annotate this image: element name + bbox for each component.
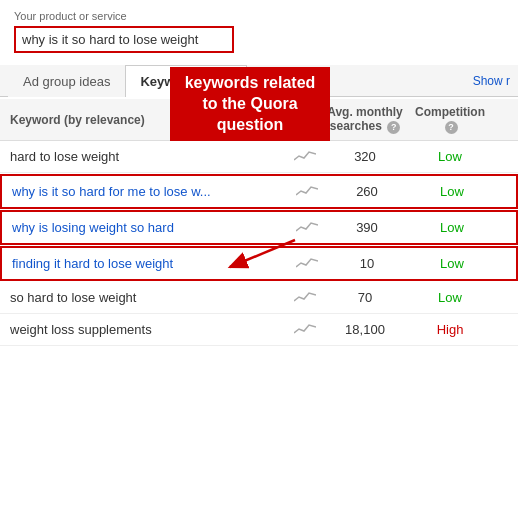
searches-cell: 18,100 (320, 322, 410, 337)
table-row: so hard to lose weight 70 Low (0, 282, 518, 314)
keyword-cell[interactable]: finding it hard to lose weight (12, 256, 292, 271)
tabs-bar: Ad group ideas Keyword ideas keywords re… (0, 65, 518, 97)
table-row: why is losing weight so hard 390 Low (0, 210, 518, 245)
competition-cell: High (410, 322, 490, 337)
show-more-link[interactable]: Show r (473, 68, 510, 94)
searches-cell: 70 (320, 290, 410, 305)
top-section: Your product or service (0, 0, 518, 61)
table-row: weight loss supplements 18,100 High (0, 314, 518, 346)
searches-cell: 320 (320, 149, 410, 164)
chart-icon-cell[interactable] (292, 255, 322, 272)
competition-info-icon[interactable]: ? (445, 121, 458, 134)
chart-icon-cell[interactable] (290, 289, 320, 306)
keyword-text: so hard to lose weight (10, 290, 136, 305)
searches-cell: 10 (322, 256, 412, 271)
chart-icon-cell[interactable] (290, 321, 320, 338)
keyword-text[interactable]: why is losing weight so hard (12, 220, 174, 235)
col-header-competition: Competition ? (410, 105, 490, 134)
table-row: finding it hard to lose weight 10 Low (0, 246, 518, 281)
search-input[interactable] (14, 26, 234, 53)
table-row: hard to lose weight 320 Low (0, 141, 518, 173)
keyword-text[interactable]: why is it so hard for me to lose w... (12, 184, 211, 199)
table-body: hard to lose weight 320 Low why is it so… (0, 141, 518, 346)
chart-icon-cell[interactable] (290, 148, 320, 165)
competition-cell: Low (410, 149, 490, 164)
chart-icon-cell[interactable] (292, 219, 322, 236)
keyword-text: hard to lose weight (10, 149, 119, 164)
competition-cell: Low (412, 256, 492, 271)
competition-cell: Low (410, 290, 490, 305)
chart-icon-cell[interactable] (292, 183, 322, 200)
keyword-cell: hard to lose weight (10, 149, 290, 164)
competition-cell: Low (412, 220, 492, 235)
col-header-searches: Avg. monthly searches ? (320, 105, 410, 134)
searches-cell: 390 (322, 220, 412, 235)
keyword-cell: so hard to lose weight (10, 290, 290, 305)
annotation-box: keywords related to the Quora question (170, 67, 330, 141)
searches-info-icon[interactable]: ? (387, 121, 400, 134)
keyword-text[interactable]: finding it hard to lose weight (12, 256, 173, 271)
searches-cell: 260 (322, 184, 412, 199)
keyword-cell[interactable]: why is losing weight so hard (12, 220, 292, 235)
competition-cell: Low (412, 184, 492, 199)
keyword-cell: weight loss supplements (10, 322, 290, 337)
tab-ad-group[interactable]: Ad group ideas (8, 65, 125, 97)
keyword-text: weight loss supplements (10, 322, 152, 337)
keyword-cell[interactable]: why is it so hard for me to lose w... (12, 184, 292, 199)
product-label: Your product or service (14, 10, 504, 22)
table-row: why is it so hard for me to lose w... 26… (0, 174, 518, 209)
